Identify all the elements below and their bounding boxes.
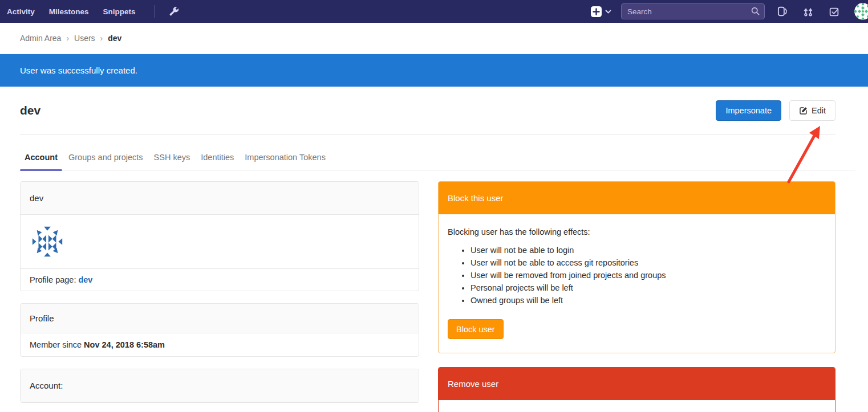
- page-title: dev: [20, 104, 40, 117]
- edit-button[interactable]: Edit: [789, 100, 835, 121]
- block-user-panel: Block this user Blocking user has the fo…: [438, 181, 835, 353]
- breadcrumb-users[interactable]: Users: [74, 34, 95, 43]
- member-since-row: Member since Nov 24, 2018 6:58am: [21, 333, 419, 356]
- search-input[interactable]: [621, 3, 765, 19]
- breadcrumb: Admin Area › Users › dev: [0, 23, 868, 54]
- top-navbar: Activity Milestones Snippets: [0, 0, 868, 23]
- profile-card: Profile Member since Nov 24, 2018 6:58am: [20, 303, 419, 357]
- page-header: dev Impersonate Edit: [20, 87, 835, 135]
- merge-requests-icon[interactable]: [802, 6, 814, 17]
- navbar-divider: [155, 5, 155, 18]
- nav-milestones[interactable]: Milestones: [49, 7, 89, 16]
- nav-activity[interactable]: Activity: [7, 7, 35, 16]
- member-since-label: Member since: [30, 340, 82, 349]
- account-card-title: Account:: [21, 369, 419, 402]
- member-since-value: Nov 24, 2018 6:58am: [84, 340, 165, 349]
- user-summary-card: dev Profile page: dev: [20, 181, 419, 291]
- tab-impersonation-tokens[interactable]: Impersonation Tokens: [240, 153, 330, 170]
- block-user-panel-title: Block this user: [439, 182, 835, 214]
- block-effect-item: Personal projects will be left: [470, 282, 826, 294]
- breadcrumb-current: dev: [108, 34, 121, 43]
- impersonate-button[interactable]: Impersonate: [716, 100, 781, 121]
- block-effect-item: User will be removed from joined project…: [470, 269, 826, 282]
- breadcrumb-separator-icon: ›: [100, 34, 103, 43]
- user-detail-tabs: Account Groups and projects SSH keys Ide…: [20, 135, 855, 170]
- block-effects-list: User will not be able to login User will…: [448, 244, 826, 307]
- success-alert: User was successfully created.: [0, 54, 868, 87]
- issues-icon[interactable]: [776, 6, 788, 17]
- profile-page-label: Profile page:: [30, 275, 76, 284]
- tab-account[interactable]: Account: [20, 153, 62, 170]
- breadcrumb-separator-icon: ›: [66, 34, 69, 43]
- profile-card-title: Profile: [21, 304, 419, 333]
- user-summary-card-title: dev: [21, 182, 419, 215]
- avatar-row: [21, 215, 419, 269]
- header-actions: Impersonate Edit: [716, 100, 835, 121]
- breadcrumb-admin-area[interactable]: Admin Area: [20, 34, 61, 43]
- remove-user-panel-body: [439, 400, 835, 412]
- main-content: dev Impersonate Edit Account Groups and …: [0, 87, 868, 412]
- account-summary-column: dev Profile page: dev Profile Member sin…: [20, 181, 419, 412]
- block-effect-item: User will not be able to login: [470, 244, 826, 256]
- new-item-dropdown[interactable]: [591, 6, 611, 17]
- block-user-button[interactable]: Block user: [448, 319, 504, 339]
- block-effect-item: Owned groups will be left: [470, 294, 826, 307]
- todos-icon[interactable]: [829, 6, 839, 17]
- block-effect-item: User will not be able to access git repo…: [470, 256, 826, 269]
- account-card: Account:: [20, 369, 419, 403]
- edit-pencil-icon: [799, 107, 808, 115]
- nav-snippets[interactable]: Snippets: [103, 7, 136, 16]
- chevron-down-icon: [605, 10, 611, 14]
- remove-user-panel-title: Remove user: [439, 368, 835, 400]
- remove-user-panel: Remove user: [438, 367, 835, 412]
- search-icon: [751, 6, 760, 16]
- block-user-panel-body: Blocking user has the following effects:…: [439, 214, 835, 353]
- plus-square-icon: [591, 6, 602, 17]
- alert-message: User was successfully created.: [20, 66, 137, 75]
- user-avatar[interactable]: [854, 3, 868, 20]
- admin-wrench-icon[interactable]: [169, 6, 179, 17]
- profile-avatar: [30, 224, 409, 259]
- profile-page-link[interactable]: dev: [78, 275, 92, 284]
- tab-groups-and-projects[interactable]: Groups and projects: [64, 153, 148, 170]
- tab-ssh-keys[interactable]: SSH keys: [149, 153, 195, 170]
- block-effects-intro: Blocking user has the following effects:: [448, 227, 826, 236]
- user-actions-column: Block this user Blocking user has the fo…: [438, 181, 835, 412]
- tab-identities[interactable]: Identities: [196, 153, 238, 170]
- profile-page-row: Profile page: dev: [21, 269, 419, 291]
- edit-button-label: Edit: [812, 106, 826, 115]
